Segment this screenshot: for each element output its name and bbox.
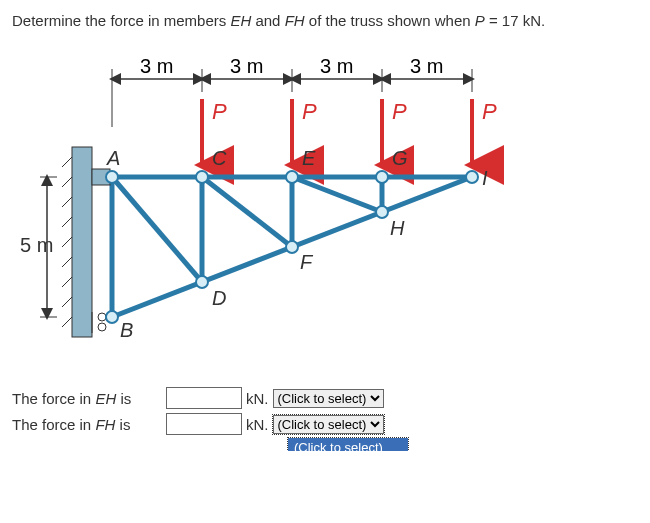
svg-rect-0 [72,147,92,337]
q-member2: FH [285,12,305,29]
dim-1: 3 m [140,55,173,77]
svg-line-6 [62,257,72,267]
fh-label-post: is [115,416,130,433]
fh-value-input[interactable] [166,413,242,435]
load-p2: P [302,99,317,124]
svg-point-40 [196,171,208,183]
svg-line-4 [62,217,72,227]
eh-label-post: is [116,390,131,407]
load-p4: P [482,99,497,124]
svg-point-47 [376,206,388,218]
answer-block: The force in EH is kN. (Click to select)… [12,387,638,435]
svg-line-31 [112,177,202,282]
eh-type-select[interactable]: (Click to select) [273,389,384,408]
svg-point-39 [106,171,118,183]
dim-3: 3 m [320,55,353,77]
eh-member: EH [95,390,116,407]
q-prefix: Determine the force in members [12,12,230,29]
dropdown-option-placeholder[interactable]: (Click to select) [288,438,408,451]
fh-type-select[interactable]: (Click to select) [273,415,384,434]
svg-point-36 [98,313,106,321]
load-p3: P [392,99,407,124]
node-I: I [482,167,488,189]
load-p1: P [212,99,227,124]
q-mid1: and [251,12,284,29]
fh-member: FH [95,416,115,433]
q-pvar: P [475,12,485,29]
svg-point-44 [106,311,118,323]
dropdown-open: (Click to select) Tension Compression [287,437,409,451]
node-C: C [212,147,227,169]
node-B: B [120,319,133,341]
eh-label-pre: The force in [12,390,95,407]
svg-point-42 [376,171,388,183]
svg-point-43 [466,171,478,183]
svg-point-46 [286,241,298,253]
question-text: Determine the force in members EH and FH… [12,12,638,29]
svg-line-32 [202,177,292,247]
node-A: A [106,147,120,169]
dim-4: 3 m [410,55,443,77]
svg-point-45 [196,276,208,288]
node-D: D [212,287,226,309]
q-member1: EH [230,12,251,29]
svg-line-8 [62,297,72,307]
svg-line-33 [292,177,382,212]
svg-line-7 [62,277,72,287]
node-G: G [392,147,408,169]
truss-diagram: 5 m 3 m 3 m 3 m 3 m P P P P [12,37,542,357]
svg-line-2 [62,177,72,187]
svg-point-37 [98,323,106,331]
svg-line-3 [62,197,72,207]
eh-value-input[interactable] [166,387,242,409]
svg-line-1 [62,157,72,167]
node-H: H [390,217,405,239]
eh-unit: kN. [246,390,269,407]
q-mid2: of the truss shown when [305,12,475,29]
svg-point-41 [286,171,298,183]
svg-line-9 [62,317,72,327]
svg-line-5 [62,237,72,247]
answer-row-fh: The force in FH is kN. (Click to select) [12,413,638,435]
answer-row-eh: The force in EH is kN. (Click to select) [12,387,638,409]
q-eq: = 17 kN. [485,12,545,29]
fh-label-pre: The force in [12,416,95,433]
dim-height: 5 m [20,234,53,256]
fh-unit: kN. [246,416,269,433]
node-E: E [302,147,316,169]
node-F: F [300,251,314,273]
dim-2: 3 m [230,55,263,77]
